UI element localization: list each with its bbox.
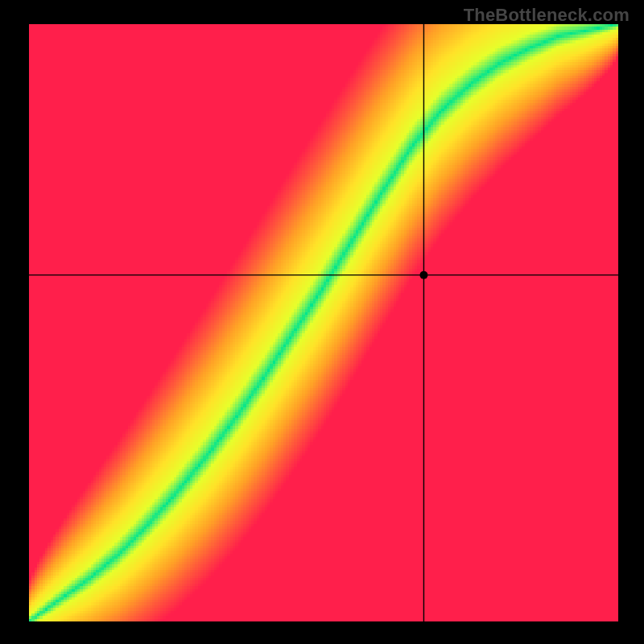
bottleneck-heatmap: [29, 24, 618, 621]
watermark-text: TheBottleneck.com: [464, 5, 630, 26]
heatmap-canvas: [29, 24, 618, 621]
